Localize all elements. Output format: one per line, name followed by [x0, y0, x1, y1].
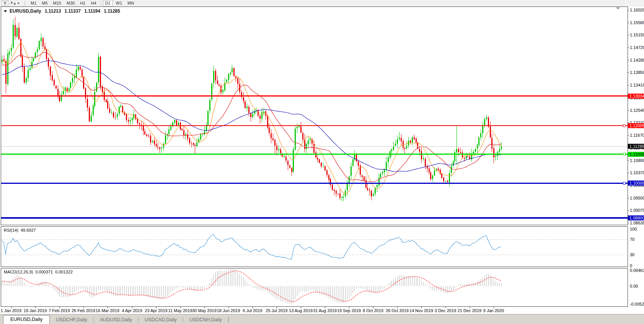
date-tick-label: 18 Jun 2019 [217, 308, 240, 313]
chart-tab-usdchf[interactable]: USDCHF,Daily [50, 316, 93, 324]
price-tick-label: 1.08630 [630, 221, 644, 225]
text-tool-button[interactable]: T [2, 0, 8, 6]
date-tick-label: 6 Jul 2019 [243, 308, 262, 313]
macd-tick-label: 0.00 [630, 284, 638, 288]
date-tick-label: 4 Apr 2019 [122, 308, 142, 313]
timeframe-button-mn[interactable]: MN [125, 0, 136, 7]
timeframe-button-m30[interactable]: M30 [64, 0, 77, 7]
toolbar-grip[interactable] [24, 1, 26, 5]
level-drag-handle[interactable] [623, 124, 626, 127]
date-tick-label: 3 Dec 2019 [435, 308, 456, 313]
cursor-modes-button[interactable] [9, 0, 21, 7]
date-tick-label: 23 Apr 2019 [145, 308, 167, 313]
horizontal-level-line-1.10008[interactable] [1, 183, 628, 184]
ohlc-high: 1.11337 [64, 8, 81, 14]
timeframe-button-h1[interactable]: H1 [78, 0, 88, 7]
date-tick-label: 16 Mar 2019 [96, 308, 119, 313]
price-tick-mark [628, 173, 629, 173]
chart-title: EURUSD,Daily 1.11213 1.11337 1.11194 1.1… [4, 8, 120, 14]
date-tick-label: 19 Jan 2019 [24, 308, 47, 313]
date-tick-label: 7 Feb 2019 [49, 308, 70, 313]
horizontal-level-line-1.12005[interactable] [1, 125, 628, 126]
chart-tab-usdcnh[interactable]: USDCNH,Daily [183, 316, 228, 324]
scroll-to-end-icon[interactable] [616, 7, 620, 10]
price-tick-mark [628, 223, 629, 223]
price-tick-label: 1.15580 [630, 20, 644, 25]
price-tick-label: 1.13850 [630, 70, 644, 75]
tab-separator [228, 317, 229, 322]
timeframe-button-m1[interactable]: M1 [28, 0, 39, 7]
ohlc-close: 1.11285 [104, 8, 120, 14]
price-tick-mark [628, 72, 629, 73]
price-level-badge: 1.08800 [628, 216, 644, 221]
price-tick-label: 1.11670 [630, 133, 644, 137]
price-level-badge: 1.13034 [628, 94, 644, 99]
macd-tick-label: -0.00529 [630, 302, 644, 306]
timeframe-button-m5[interactable]: M5 [39, 0, 50, 7]
price-level-badge: 1.10008 [628, 181, 644, 186]
horizontal-level-line-1.11009[interactable] [1, 154, 628, 155]
macd-name: MACD(12,26,9) [4, 270, 33, 274]
chart-tab-audusd[interactable]: AUDUSD,Daily [94, 316, 138, 324]
chart-tab-eurusd[interactable]: EURUSD,Daily [3, 315, 50, 324]
date-tick-label: 31 Aug 2019 [313, 308, 337, 313]
chart-tab-bar: EURUSD,DailyUSDCHF,DailyAUDUSD,DailyUSDC… [0, 314, 644, 324]
rsi-canvas[interactable] [1, 227, 628, 267]
rsi-tick-label: 0 [630, 263, 632, 268]
price-tick-mark [628, 110, 629, 111]
macd-label: MACD(12,26,9) 0.000371 0.001322 [4, 270, 73, 274]
chevron-down-icon [17, 3, 20, 4]
date-tick-label: 25 Jul 2019 [266, 308, 288, 313]
timeframe-toolbar: M1M5M15M30H1H4D1W1MN [28, 0, 137, 7]
date-tick-label: 30 May 2019 [192, 308, 217, 313]
price-level-badge: 1.11009 [628, 152, 644, 157]
date-tick-label: 1 Jan 2019 [1, 308, 21, 313]
rsi-name: RSI(14) [4, 228, 18, 232]
price-tick-mark [628, 23, 629, 23]
level-drag-handle[interactable] [623, 153, 626, 155]
timeframe-button-h4[interactable]: H4 [88, 0, 98, 7]
chart-tab-usdcad[interactable]: USDCAD,Daily [139, 316, 183, 324]
price-tick-label: 1.13410 [630, 83, 644, 87]
price-tick-mark [628, 210, 629, 211]
timeframe-button-m15[interactable]: M15 [51, 0, 64, 7]
price-tick-mark [628, 160, 629, 161]
price-tick-label: 1.10370 [630, 170, 644, 175]
price-tick-label: 1.14720 [630, 45, 644, 50]
price-tick-label: 1.09500 [630, 196, 644, 200]
top-toolbar: T M1M5M15M30H1H4D1W1MN [0, 0, 644, 7]
price-tick-mark [628, 35, 629, 35]
ohlc-open: 1.11213 [45, 8, 61, 14]
toolbar-separator [101, 1, 101, 6]
horizontal-level-line-1.08800[interactable] [1, 217, 628, 219]
date-tick-label: 26 Feb 2019 [72, 308, 95, 313]
rsi-label: RSI(14) 49.6927 [4, 228, 36, 232]
horizontal-level-line-1.13034[interactable] [1, 95, 628, 97]
price-chart-canvas[interactable] [1, 7, 628, 225]
timeframe-button-d1[interactable]: D1 [103, 0, 113, 7]
macd-tick-label: 0.00463 [630, 268, 644, 273]
price-tick-mark [628, 10, 629, 10]
rsi-tick-label: 100 [630, 227, 637, 231]
date-tick-label: 9 Jan 2020 [483, 308, 504, 313]
symbol-dropdown-icon[interactable] [4, 10, 7, 12]
rsi-tick-label: 70 [630, 237, 634, 242]
price-tick-mark [628, 85, 629, 85]
macd-value-1: 0.000371 [35, 270, 53, 274]
diagonal-arrows-icon [10, 1, 16, 6]
macd-canvas[interactable] [1, 268, 628, 306]
level-drag-handle[interactable] [623, 182, 626, 185]
price-level-badge: 1.12005 [628, 123, 644, 128]
price-tick-mark [628, 135, 629, 136]
date-tick-label: 11 May 2019 [168, 308, 192, 313]
trading-platform-window: T M1M5M15M30H1H4D1W1MN EURUSD,Daily 1.11… [0, 0, 644, 324]
ohlc-low: 1.11194 [84, 8, 100, 14]
timeframe-button-w1[interactable]: W1 [114, 0, 125, 7]
price-tick-label: 1.16020 [630, 8, 644, 12]
price-tick-label: 1.09070 [630, 208, 644, 213]
date-tick-label: 21 Dec 2019 [458, 308, 481, 313]
horizontal-level-line-1.11285[interactable] [1, 146, 628, 147]
date-tick-label: 26 Oct 2019 [386, 308, 409, 313]
date-axis[interactable]: 1 Jan 201919 Jan 20197 Feb 201926 Feb 20… [0, 307, 644, 314]
price-level-badge: 1.11285 [628, 144, 644, 149]
